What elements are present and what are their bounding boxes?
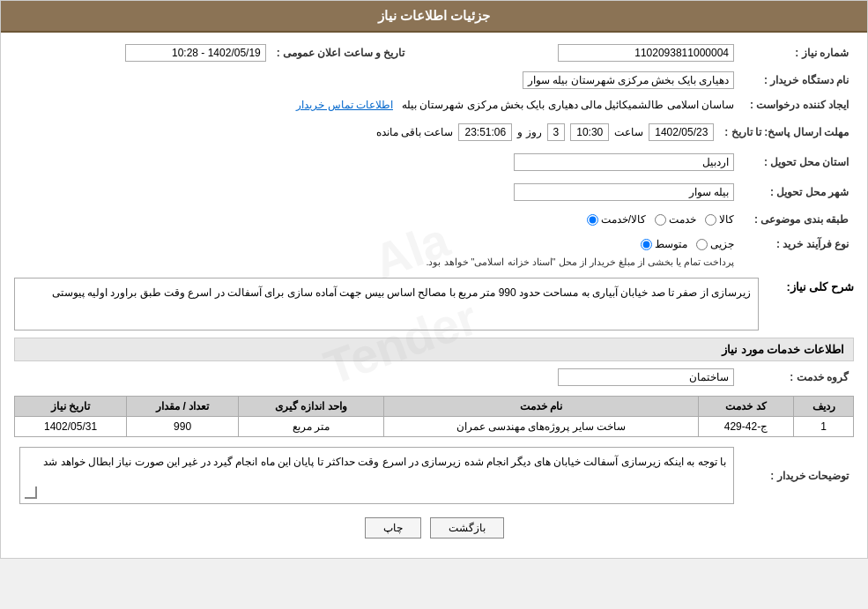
cell-service_name: ساخت سایر پروژه‌های مهندسی عمران <box>383 417 698 437</box>
remaining-time-box: 23:51:06 <box>458 123 512 141</box>
response-time-box: 10:30 <box>570 123 609 141</box>
page-wrapper: جزئیات اطلاعات نیاز شماره نیاز : 1102093… <box>0 0 868 559</box>
description-section: شرح کلی نیاز: AlaTender زیرسازی از صفر ت… <box>14 278 854 330</box>
buyer-notes-label: توضیحات خریدار : <box>739 444 854 507</box>
response-deadline-values: 1402/05/23 ساعت 10:30 3 روز و 23:51:06 س… <box>14 121 719 144</box>
info-table-top: شماره نیاز : 1102093811000004 تاریخ و سا… <box>14 41 854 64</box>
kala-label: کالا <box>719 213 734 226</box>
buyer-org-value: دهیاری بایک بخش مرکزی شهرستان بیله سوار <box>14 71 739 89</box>
info-table-creator: ایجاد کننده درخواست : ساسان اسلامی طالشم… <box>14 96 854 114</box>
buyer-notes-text: با توجه به اینکه زیرسازی آسفالت خیابان ه… <box>43 456 726 468</box>
info-table-category: طبقه بندی موضوعی : کالا خدمت کالا/خدمت <box>14 211 854 228</box>
city-box: بیله سوار <box>514 183 734 201</box>
info-table-notes: توضیحات خریدار : با توجه به اینکه زیرساز… <box>14 444 854 507</box>
need-number-box: 1102093811000004 <box>558 44 734 62</box>
process-note: پرداخت تمام یا بخشی از مبلغ خریدار از مح… <box>426 256 734 267</box>
radio-mottavas-input[interactable] <box>641 239 652 250</box>
remaining-label: ساعت باقی مانده <box>376 126 454 138</box>
page-header: جزئیات اطلاعات نیاز <box>1 1 867 33</box>
back-button[interactable]: بازگشت <box>430 517 504 538</box>
saaat-label: ساعت <box>614 126 643 138</box>
need-number-value: 1102093811000004 <box>422 41 739 64</box>
creator-value: ساسان اسلامی طالشمیکائیل مالی دهیاری بای… <box>14 96 739 114</box>
services-section-title: اطلاعات خدمات مورد نیاز <box>14 338 854 361</box>
process-options: جزیی متوسط <box>14 235 739 253</box>
radio-mottavas[interactable]: متوسط <box>641 238 687 250</box>
rozva-label: روز و <box>517 126 541 138</box>
announcement-date-label: تاریخ و ساعت اعلان عمومی : <box>271 41 423 64</box>
buyer-org-box: دهیاری بایک بخش مرکزی شهرستان بیله سوار <box>523 71 734 89</box>
bottom-buttons: بازگشت چاپ <box>14 517 854 538</box>
info-table-city: شهر محل تحویل : بیله سوار <box>14 181 854 204</box>
buyer-notes-box: با توجه به اینکه زیرسازی آسفالت خیابان ه… <box>19 447 734 504</box>
radio-jozi[interactable]: جزیی <box>696 238 734 250</box>
days-box: 3 <box>547 123 566 141</box>
services-table: ردیف کد خدمت نام خدمت واحد اندازه گیری ت… <box>14 396 854 437</box>
description-text: زیرسازی از صفر تا صد خیابان آبیاری به مس… <box>52 286 751 299</box>
cell-row_num: 1 <box>794 417 854 437</box>
cell-date: 1402/05/31 <box>15 417 127 437</box>
radio-jozi-input[interactable] <box>696 239 708 250</box>
announcement-date-box: 1402/05/19 - 10:28 <box>125 44 266 62</box>
description-section-title: شرح کلی نیاز: <box>766 278 854 293</box>
category-radios: کالا خدمت کالا/خدمت <box>14 211 739 228</box>
cell-quantity: 990 <box>127 417 239 437</box>
need-number-label: شماره نیاز : <box>739 41 854 64</box>
announcement-date-value: 1402/05/19 - 10:28 <box>14 41 271 64</box>
content-area: شماره نیاز : 1102093811000004 تاریخ و سا… <box>1 33 867 558</box>
col-row-num: ردیف <box>794 397 854 417</box>
service-group-label: گروه خدمت : <box>739 366 854 389</box>
col-quantity: تعداد / مقدار <box>127 397 239 417</box>
info-table-buyer: نام دستگاه خریدار : دهیاری بایک بخش مرکز… <box>14 71 854 89</box>
creator-name: ساسان اسلامی طالشمیکائیل مالی دهیاری بای… <box>402 99 734 111</box>
category-label: طبقه بندی موضوعی : <box>739 211 854 228</box>
cell-service_code: ج-42-429 <box>698 417 793 437</box>
buyer-notes-value: با توجه به اینکه زیرسازی آسفالت خیابان ه… <box>14 444 739 507</box>
radio-khedmat[interactable]: خدمت <box>655 213 696 226</box>
radio-kala[interactable]: کالا <box>705 213 734 226</box>
col-service-code: کد خدمت <box>698 397 793 417</box>
radio-kala-khedmat-input[interactable] <box>587 214 598 226</box>
info-table-process: نوع فرآیند خرید : جزیی متوسط <box>14 235 854 271</box>
process-note-cell: پرداخت تمام یا بخشی از مبلغ خریدار از مح… <box>14 253 739 271</box>
kala-khedmat-label: کالا/خدمت <box>601 213 646 226</box>
buyer-org-label: نام دستگاه خریدار : <box>739 71 854 89</box>
province-label: استان محل تحویل : <box>739 151 854 174</box>
description-content: AlaTender زیرسازی از صفر تا صد خیابان آب… <box>14 278 759 330</box>
radio-kala-khedmat[interactable]: کالا/خدمت <box>587 213 646 226</box>
info-table-province: استان محل تحویل : اردبیل <box>14 151 854 174</box>
province-value: اردبیل <box>14 151 739 174</box>
service-group-box: ساختمان <box>558 368 734 386</box>
radio-kala-input[interactable] <box>705 214 716 226</box>
info-table-service-group: گروه خدمت : ساختمان <box>14 366 854 389</box>
service-group-value: ساختمان <box>14 366 739 389</box>
table-row: 1ج-42-429ساخت سایر پروژه‌های مهندسی عمرا… <box>15 417 854 437</box>
print-button[interactable]: چاپ <box>365 517 421 538</box>
radio-khedmat-input[interactable] <box>655 214 666 226</box>
response-deadline-label: مهلت ارسال پاسخ: تا تاریخ : <box>719 121 854 144</box>
page-title: جزئیات اطلاعات نیاز <box>378 8 490 23</box>
cell-unit: متر مربع <box>239 417 384 437</box>
creator-label: ایجاد کننده درخواست : <box>739 96 854 114</box>
province-box: اردبیل <box>514 153 734 171</box>
contact-link[interactable]: اطلاعات تماس خریدار <box>296 99 393 111</box>
col-unit: واحد اندازه گیری <box>239 397 384 417</box>
info-table-deadline: مهلت ارسال پاسخ: تا تاریخ : 1402/05/23 س… <box>14 121 854 144</box>
jozi-label: جزیی <box>710 238 734 250</box>
response-date-box: 1402/05/23 <box>649 123 714 141</box>
process-label: نوع فرآیند خرید : <box>739 235 854 253</box>
col-service-name: نام خدمت <box>383 397 698 417</box>
city-value: بیله سوار <box>14 181 739 204</box>
description-box: AlaTender زیرسازی از صفر تا صد خیابان آب… <box>14 278 759 330</box>
mottavas-label: متوسط <box>655 238 687 250</box>
col-date: تاریخ نیاز <box>15 397 127 417</box>
khedmat-label: خدمت <box>669 213 696 226</box>
city-label: شهر محل تحویل : <box>739 181 854 204</box>
